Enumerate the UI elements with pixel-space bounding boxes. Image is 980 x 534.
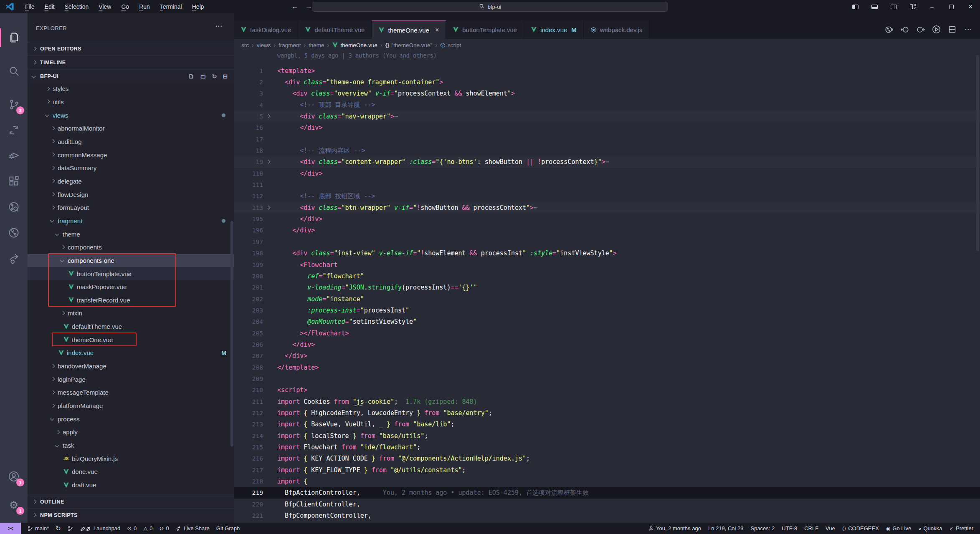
code-line-197[interactable]: 197 <box>234 236 980 247</box>
editor-scrollbar[interactable] <box>976 55 979 251</box>
new-file-icon[interactable]: 🗋 <box>188 73 194 80</box>
status-quokka[interactable]: ◕Quokka <box>918 525 942 531</box>
code-line-214[interactable]: 214import { localStore } from "base/util… <box>234 430 980 441</box>
status-encoding[interactable]: UTF-8 <box>782 525 797 531</box>
tree-file-maskPopover.vue[interactable]: maskPopover.vue <box>28 280 234 294</box>
activity-explorer-icon[interactable] <box>0 27 28 48</box>
tree-folder-apply[interactable]: apply <box>28 426 234 439</box>
tree-folder-flowDesign[interactable]: flowDesign <box>28 188 234 201</box>
code-line-221[interactable]: 221 BfpComponentController, <box>234 510 980 521</box>
code-line-204[interactable]: 204 @onMounted="setInstViewStyle" <box>234 316 980 327</box>
code-line-211[interactable]: 211import Cookies from "js-cookie"; 1.7k… <box>234 396 980 407</box>
tree-folder-views[interactable]: views <box>28 108 234 122</box>
tree-folder-commonMessage[interactable]: commonMessage <box>28 148 234 161</box>
new-folder-icon[interactable]: 🗀 <box>200 73 206 80</box>
code-line-219[interactable]: 219 BfpActionController, You, 2 months a… <box>234 487 980 499</box>
tab-webpack.dev.js[interactable]: webpack.dev.js <box>584 20 649 39</box>
status-branch-actions[interactable] <box>68 526 73 531</box>
forward-arrow-icon[interactable]: → <box>305 3 312 11</box>
code-line-4[interactable]: 4 <!-- 顶部 目录导航 --> <box>234 99 980 111</box>
code-line-17[interactable]: 17 <box>234 134 980 145</box>
code-line-212[interactable]: 212import { HighcodeEntry, LowcodeEntry … <box>234 407 980 418</box>
code-line-19[interactable]: 19 <div class="content-wrapper" :class="… <box>234 156 980 168</box>
previous-change-icon[interactable] <box>899 24 910 35</box>
close-button[interactable]: × <box>961 0 980 13</box>
breadcrumb-src[interactable]: src <box>241 42 249 48</box>
status-warnings[interactable]: △0 <box>143 525 152 531</box>
collapse-all-icon[interactable]: ⊟ <box>223 73 228 80</box>
tree-file-bizQueryMixin.js[interactable]: JSbizQueryMixin.js <box>28 452 234 465</box>
tab-themeOne.vue[interactable]: themeOne.vue× <box>372 20 446 39</box>
tree-folder-handoverManage[interactable]: handoverManage <box>28 360 234 373</box>
tree-folder-platformManage[interactable]: platformManage <box>28 399 234 413</box>
tree-folder-styles[interactable]: styles <box>28 82 234 96</box>
breadcrumb-script[interactable]: script <box>440 42 461 48</box>
back-arrow-icon[interactable]: ← <box>291 3 299 11</box>
toggle-secondary-sidebar-icon[interactable] <box>884 0 903 13</box>
menu-terminal[interactable]: Terminal <box>155 0 187 13</box>
status-codegeex[interactable]: ⟨⟩CODEGEEX <box>842 525 879 531</box>
command-center-search[interactable]: bfp-ui <box>312 2 668 12</box>
status-ports[interactable]: ⊚0 <box>160 525 169 531</box>
code-line-207[interactable]: 207 </div> <box>234 350 980 362</box>
code-line-3[interactable]: 3 <div class="overview" v-if="processCon… <box>234 88 980 99</box>
code-line-2[interactable]: 2 <div class="theme-one fragment-contain… <box>234 76 980 88</box>
code-line-217[interactable]: 217import { KEY_FLOW_TYPE } from "@/util… <box>234 464 980 476</box>
tree-folder-fragment[interactable]: fragment <box>28 214 234 228</box>
run-file-icon[interactable] <box>931 24 942 35</box>
tree-folder-loginPage[interactable]: loginPage <box>28 373 234 386</box>
tree-folder-utils[interactable]: utils <box>28 96 234 109</box>
breadcrumb-fragment[interactable]: fragment <box>279 42 301 48</box>
tree-folder-components-one[interactable]: components-one <box>28 254 234 267</box>
status-sync-changes[interactable]: ↻ <box>56 525 61 532</box>
fold-chevron-icon[interactable] <box>263 205 272 211</box>
code-line-199[interactable]: 199 <Flowchart <box>234 259 980 270</box>
tab-index.vue[interactable]: index.vueM <box>524 20 584 39</box>
tab-buttonTemplate.vue[interactable]: buttonTemplate.vue <box>446 20 524 39</box>
code-line-208[interactable]: 208</template> <box>234 362 980 373</box>
tree-folder-mixin[interactable]: mixin <box>28 307 234 320</box>
code-line-206[interactable]: 206 </div> <box>234 339 980 350</box>
code-line-16[interactable]: 16 </div> <box>234 122 980 134</box>
status-errors[interactable]: ⊘0 <box>127 525 137 531</box>
code-line-195[interactable]: 195 </div> <box>234 213 980 224</box>
status-git-branch[interactable]: main* <box>28 525 49 531</box>
code-line-196[interactable]: 196 </div> <box>234 225 980 236</box>
tree-folder-components[interactable]: components <box>28 241 234 254</box>
code-line-111[interactable]: 111 <box>234 179 980 190</box>
code-line-209[interactable]: 209 <box>234 373 980 384</box>
code-line-205[interactable]: 205 ></Flowchart> <box>234 327 980 339</box>
status-live-share[interactable]: Live Share <box>176 525 210 531</box>
code-line-215[interactable]: 215import Flowchart from "ide/flowchart"… <box>234 441 980 453</box>
status-indentation[interactable]: Spaces: 2 <box>750 525 775 531</box>
tree-folder-formLayout[interactable]: formLayout <box>28 201 234 214</box>
tree-folder-process[interactable]: process <box>28 412 234 426</box>
activity-settings-icon[interactable]: ⚙1 <box>0 494 28 516</box>
code-line-202[interactable]: 202 mode="instance" <box>234 293 980 305</box>
status-eol[interactable]: CRLF <box>804 525 818 531</box>
menu-help[interactable]: Help <box>187 0 209 13</box>
toggle-panel-icon[interactable] <box>865 0 884 13</box>
tree-folder-task[interactable]: task <box>28 439 234 452</box>
code-line-18[interactable]: 18 <!-- 流程内容区 --> <box>234 145 980 156</box>
tree-file-draft.vue[interactable]: draft.vue <box>28 479 234 492</box>
gitlens-blame-codelens[interactable]: wangbl, 5 days ago | 3 authors (You and … <box>277 52 437 59</box>
status-git-graph[interactable]: Git Graph <box>216 525 240 531</box>
next-change-icon[interactable] <box>915 24 926 35</box>
section-timeline[interactable]: TIMELINE <box>28 55 234 69</box>
status-go-live[interactable]: ◉Go Live <box>886 525 911 531</box>
activity-source-control-icon[interactable]: 3 <box>0 93 28 115</box>
code-line-198[interactable]: 198 <div class="inst-view" v-else-if="!s… <box>234 248 980 259</box>
tab-taskDialog.vue[interactable]: taskDialog.vue <box>234 20 298 39</box>
status-launchpad[interactable]: Launchpad <box>80 525 120 531</box>
minimize-button[interactable]: – <box>922 0 942 13</box>
code-line-210[interactable]: 210<script> <box>234 385 980 396</box>
activity-run-debug-icon[interactable] <box>0 144 28 166</box>
toggle-sidebar-icon[interactable] <box>846 0 865 13</box>
sidebar-scrollbar[interactable] <box>230 221 233 446</box>
explorer-more-actions-icon[interactable]: ⋯ <box>215 22 222 30</box>
split-editor-icon[interactable] <box>947 24 957 35</box>
section-outline[interactable]: OUTLINE <box>28 495 234 508</box>
tab-defaultTheme.vue[interactable]: defaultTheme.vue <box>298 20 372 39</box>
code-line-213[interactable]: 213import { BaseVue, VueUtil, _ } from "… <box>234 419 980 430</box>
